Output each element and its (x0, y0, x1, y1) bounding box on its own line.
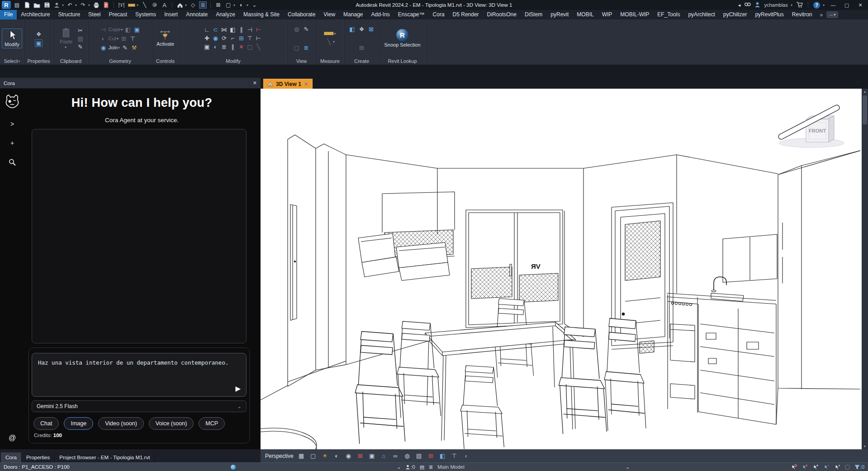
ribbon-tab[interactable]: Manage (339, 10, 367, 19)
close-button[interactable]: ✕ (855, 2, 865, 8)
create-similar-icon[interactable]: ❖ (358, 25, 365, 33)
switch-windows-icon[interactable]: ▢ (224, 1, 232, 9)
collapse-search-icon[interactable]: ◂ (738, 2, 741, 8)
worksharing-display-icon[interactable]: ▤ (415, 452, 423, 459)
ribbon-tab[interactable]: pyRevitPlus (751, 10, 787, 19)
match-type-icon[interactable]: ✎ (76, 43, 84, 51)
kitchen-counter[interactable] (667, 234, 777, 413)
ribbon-tab[interactable]: EF_Tools (653, 10, 684, 19)
user-avatar-icon[interactable] (754, 2, 760, 9)
wall-pier[interactable] (564, 211, 583, 337)
pin-icon[interactable]: ⊤ (246, 34, 254, 42)
design-option-chevron-icon[interactable]: ⌄ (626, 464, 630, 470)
close-inactive-windows-icon[interactable]: ⊠ (214, 1, 222, 9)
save-icon[interactable] (43, 1, 51, 9)
dock-tab[interactable]: Project Browser - EM - Tipologia M1.rvt (55, 452, 155, 462)
ribbon-tab[interactable]: Analyze (212, 10, 239, 19)
select-pinned-icon[interactable] (812, 464, 819, 470)
cora-chat-history[interactable] (32, 129, 247, 343)
join-icon[interactable]: ◉ (100, 44, 107, 52)
floor-vent[interactable] (640, 341, 654, 353)
scale-modify-icon[interactable]: ▣ (203, 43, 211, 51)
ribbon-display-toggle[interactable]: —▾ (826, 11, 838, 18)
temporary-view-properties-icon[interactable]: ◍ (403, 452, 411, 459)
view-tab-3d-view-1[interactable]: 3D View 1 ✕ (263, 79, 313, 89)
ribbon-tab[interactable]: DiStem (521, 10, 546, 19)
mirror-pick-axis-icon[interactable]: ⋈ (220, 26, 228, 33)
restore-button[interactable]: ▢ (842, 2, 852, 8)
ribbon-tab[interactable]: Systems (131, 10, 160, 19)
measure-between-refs-icon[interactable] (324, 32, 334, 35)
ribbon-tab[interactable]: Revitron (788, 10, 816, 19)
dock-tab[interactable]: Cora (1, 452, 22, 462)
scale-icon[interactable]: ▦ (298, 452, 305, 459)
ribbon-tab[interactable]: MOBIL-WIP (616, 10, 653, 19)
mirror-draw-axis-icon[interactable]: ◧ (229, 26, 237, 33)
store-cart-icon[interactable] (796, 2, 803, 9)
wall-joins-icon[interactable]: ✎ (121, 44, 129, 52)
revit-app-button[interactable]: R (2, 1, 11, 9)
user-dropdown-icon[interactable]: ▾ (791, 3, 792, 7)
vertical-scrollbar[interactable]: ▲ ▼ (862, 89, 868, 449)
cora-prompt-icon[interactable]: > (10, 120, 14, 128)
ribbon-tab[interactable]: Annotate (182, 10, 212, 19)
redo-button[interactable]: ↷ (79, 1, 87, 9)
ribbon-tab[interactable]: D5 Render (449, 10, 483, 19)
paste-button[interactable]: Paste▾ (57, 27, 75, 50)
3d-view-dropdown-icon[interactable]: ▾ (185, 3, 187, 7)
user-interface-views-icon[interactable]: ▤ (13, 1, 21, 9)
editable-only-icon[interactable]: ▤ (420, 464, 424, 470)
scroll-up-icon[interactable]: ▲ (863, 89, 867, 95)
cut-dropdown[interactable]: Cut (109, 36, 116, 41)
displace-elements-icon[interactable]: ⊞ (427, 452, 435, 459)
cora-model-select[interactable]: Gemini 2.5 Flash ⌄ (32, 400, 247, 412)
export-icon[interactable] (102, 1, 110, 9)
ribbon-tab[interactable]: DiRootsOne (483, 10, 521, 19)
offset-icon[interactable]: ⊂ (212, 26, 219, 33)
trim-extend-corner-icon[interactable]: ⌐ (229, 34, 237, 42)
crop-view-icon[interactable]: ⊠ (356, 452, 364, 459)
cora-send-button[interactable]: ▶ (235, 385, 241, 393)
undo-button[interactable]: ↶ (66, 1, 74, 9)
load-family-dropdown-icon[interactable]: ▾ (62, 3, 64, 7)
worksets-dialog-icon[interactable]: ≣ (429, 464, 433, 470)
spot-elevation-icon[interactable]: ╲ (141, 1, 148, 9)
switch-windows-dropdown-icon[interactable]: ▾ (233, 3, 235, 7)
thin-lines-icon[interactable]: ≣ (199, 1, 207, 9)
cora-mode-button[interactable]: MCP (199, 417, 225, 430)
status-chevron-icon[interactable]: ⌄ (397, 464, 401, 470)
cut-to-clipboard-icon[interactable]: ✂ (76, 27, 84, 34)
copy-to-clipboard-icon[interactable]: ▤ (76, 35, 84, 43)
cora-mode-button[interactable]: Chat (33, 417, 59, 430)
create-group-icon[interactable]: ◧ (348, 25, 356, 33)
demolish-hammer-icon[interactable]: ⚒ (130, 44, 138, 52)
cora-mode-button[interactable]: Voice (soon) (149, 417, 194, 430)
override-graphics-icon[interactable]: ✎ (303, 25, 310, 33)
refrigerator[interactable] (776, 150, 860, 424)
cut-geometry-icon[interactable]: ▣ (133, 26, 141, 33)
aligned-dimension-icon[interactable] (118, 1, 125, 9)
ribbon-tab[interactable]: WIP (598, 10, 617, 19)
copy-icon[interactable]: ◉ (212, 34, 219, 42)
align-multi-icon[interactable]: ∥ (229, 43, 237, 51)
array-icon[interactable]: ⊞ (237, 34, 245, 42)
ribbon-tab[interactable]: Architecture (17, 10, 54, 19)
render-icon[interactable]: ◉ (345, 452, 352, 459)
section-icon[interactable]: ◇ (189, 1, 197, 9)
ribbon-tab[interactable]: Massing & Site (239, 10, 284, 19)
cora-panel-titlebar[interactable]: Cora ✕ (0, 78, 261, 89)
join-dropdown[interactable]: Join (109, 45, 118, 50)
panel-label-select[interactable]: Select▾ (0, 57, 24, 65)
offset-geometry-icon[interactable]: ⊤ (129, 35, 137, 43)
cope-dropdown[interactable]: Cope (109, 27, 120, 32)
customize-qat-icon[interactable]: ⌄ (251, 1, 258, 9)
split-with-gap-icon[interactable]: ⊣ (246, 26, 254, 33)
visual-style-qat-icon[interactable]: ◐ (237, 1, 245, 9)
text-icon[interactable]: A (161, 1, 168, 9)
dock-tab[interactable]: Properties (22, 452, 55, 462)
dining-table[interactable] (425, 322, 575, 441)
measure-icon[interactable] (128, 1, 135, 9)
visual-style-icon[interactable]: ▢ (309, 452, 317, 459)
select-links-icon[interactable] (791, 464, 797, 470)
trim-extend-single-icon[interactable]: ⊢ (255, 34, 262, 42)
